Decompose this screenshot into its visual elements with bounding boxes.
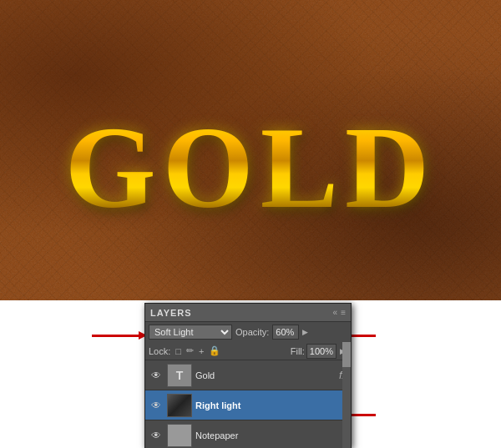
fill-value[interactable]: 100%	[306, 344, 337, 359]
layer-thumbnail: T	[167, 364, 192, 387]
layer-name: Gold	[195, 370, 336, 380]
panel-collapse-button[interactable]: «	[333, 308, 338, 317]
layers-panel: LAYERS « ≡ Soft Light Opacity: 60% ▶ Loc…	[144, 303, 352, 448]
blend-mode-select[interactable]: Soft Light	[149, 325, 232, 340]
layers-list: 👁 T Gold fx 👁 Right light 👁 Notepaper	[145, 360, 351, 448]
opacity-area: 60% ▶	[272, 325, 310, 340]
layer-row[interactable]: 👁 Right light	[145, 390, 351, 420]
blend-mode-row: Soft Light Opacity: 60% ▶	[145, 322, 351, 342]
layer-name: Notepaper	[195, 430, 347, 440]
layer-visibility-toggle[interactable]: 👁	[149, 398, 164, 413]
panel-menu-button[interactable]: ≡	[341, 308, 346, 317]
panel-title: LAYERS	[150, 308, 192, 318]
layer-thumbnail	[167, 394, 192, 417]
canvas-area: GOLD	[0, 0, 501, 300]
lock-all-button[interactable]: 🔒	[209, 345, 220, 356]
panel-controls: « ≡	[333, 308, 346, 317]
fill-label: Fill:	[291, 346, 305, 356]
opacity-value[interactable]: 60%	[272, 325, 299, 340]
arrow-blend-left-icon	[92, 335, 142, 337]
lock-row: Lock: □ ✏ + 🔒 Fill: 100% ▶	[145, 342, 351, 360]
opacity-label: Opacity:	[235, 327, 269, 337]
lock-label: Lock:	[149, 346, 170, 356]
layer-row[interactable]: 👁 T Gold fx	[145, 360, 351, 390]
layer-visibility-toggle[interactable]: 👁	[149, 368, 164, 383]
gold-text: GOLD	[0, 100, 501, 234]
layer-visibility-toggle[interactable]: 👁	[149, 428, 164, 443]
panel-scrollbar[interactable]	[342, 342, 351, 448]
layer-row[interactable]: 👁 Notepaper	[145, 420, 351, 448]
layer-thumbnail	[167, 424, 192, 447]
panel-header: LAYERS « ≡	[145, 304, 351, 322]
scrollbar-thumb[interactable]	[342, 342, 351, 367]
lock-pixels-button[interactable]: □	[175, 346, 181, 356]
opacity-stepper-button[interactable]: ▶	[301, 328, 310, 336]
lock-transform-button[interactable]: +	[199, 346, 204, 356]
fill-area: Fill: 100% ▶	[291, 344, 347, 359]
layer-name: Right light	[195, 400, 347, 410]
lock-position-button[interactable]: ✏	[186, 345, 194, 356]
